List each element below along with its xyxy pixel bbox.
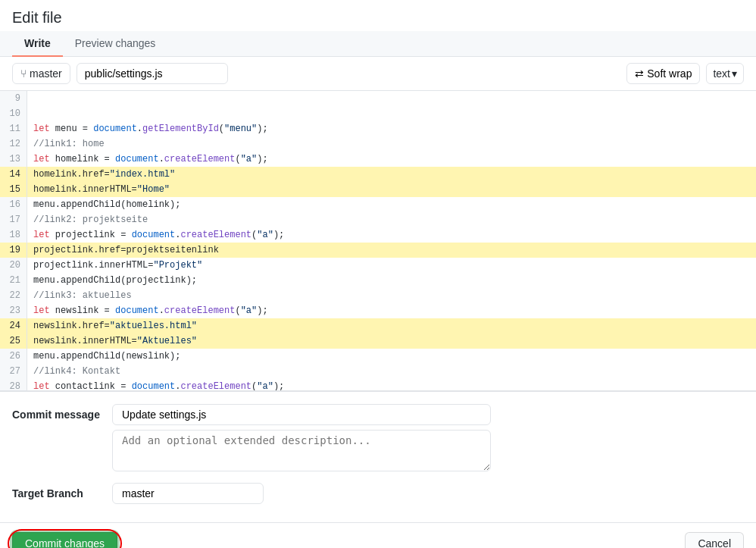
toolbar-right: ⇄ Soft wrap text ▾ [626, 63, 744, 84]
line-number: 16 [0, 197, 27, 212]
code-line: //link2: projektseite [27, 212, 756, 227]
branch-selector[interactable]: ⑂ master [12, 63, 70, 84]
code-line: projectlink.innerHTML="Projekt" [27, 258, 756, 273]
code-line: //link4: Kontakt [27, 364, 756, 379]
chevron-down-icon: ▾ [732, 67, 737, 80]
page-header: Edit file [0, 0, 756, 31]
branch-name: master [30, 67, 62, 80]
code-line: //link1: home [27, 136, 756, 152]
cancel-button[interactable]: Cancel [685, 532, 744, 548]
line-number: 25 [0, 333, 27, 349]
commit-section: Commit message Target Branch [0, 391, 756, 516]
code-line: menu.appendChild(newslink); [27, 349, 756, 364]
line-numbers: 9101112131415161718192021222324252627282… [0, 91, 27, 390]
line-number: 21 [0, 273, 27, 288]
commit-message-field[interactable] [112, 404, 491, 425]
editor-container: 9101112131415161718192021222324252627282… [0, 91, 756, 391]
code-line: projectlink.href=projektseitenlink [27, 243, 756, 258]
text-label: text [713, 67, 730, 80]
code-line [27, 106, 756, 121]
line-number: 27 [0, 364, 27, 379]
toolbar: ⑂ master ⇄ Soft wrap text ▾ [0, 57, 756, 91]
soft-wrap-label: Soft wrap [647, 67, 692, 80]
line-number: 9 [0, 91, 27, 106]
line-number: 12 [0, 136, 27, 152]
commit-form: Commit message Target Branch [12, 404, 744, 504]
toolbar-left: ⑂ master [12, 63, 228, 84]
code-line: menu.appendChild(homelink); [27, 197, 756, 212]
line-number: 15 [0, 182, 27, 197]
line-number: 19 [0, 243, 27, 258]
commit-button-wrap: Commit changes [12, 532, 117, 548]
tab-bar: Write Preview changes [0, 31, 756, 57]
wrap-icon: ⇄ [635, 67, 644, 80]
line-number: 20 [0, 258, 27, 273]
code-area[interactable]: let menu = document.getElementById("menu… [27, 91, 756, 390]
text-dropdown[interactable]: text ▾ [706, 63, 744, 84]
line-number: 11 [0, 121, 27, 136]
code-line: newslink.innerHTML="Aktuelles" [27, 333, 756, 349]
code-line: menu.appendChild(projectlink); [27, 273, 756, 288]
commit-description-field[interactable] [112, 430, 491, 471]
target-branch-label: Target Branch [12, 483, 103, 499]
line-number: 28 [0, 379, 27, 390]
code-line: let homelink = document.createElement("a… [27, 152, 756, 167]
tab-write[interactable]: Write [12, 31, 63, 57]
code-line [27, 91, 756, 106]
soft-wrap-button[interactable]: ⇄ Soft wrap [626, 63, 700, 84]
code-line: newslink.href="aktuelles.html" [27, 318, 756, 333]
action-row: Commit changes Cancel [0, 522, 756, 548]
line-number: 10 [0, 106, 27, 121]
code-line: let menu = document.getElementById("menu… [27, 121, 756, 136]
page-title: Edit file [12, 9, 744, 27]
code-line: homelink.innerHTML="Home" [27, 182, 756, 197]
line-number: 26 [0, 349, 27, 364]
line-number: 18 [0, 227, 27, 243]
code-line: let newslink = document.createElement("a… [27, 303, 756, 318]
target-branch-field[interactable] [112, 483, 264, 504]
line-number: 13 [0, 152, 27, 167]
commit-message-row: Commit message [12, 404, 744, 474]
target-branch-row: Target Branch [12, 483, 744, 504]
code-line: homelink.href="index.html" [27, 167, 756, 182]
branch-icon: ⑂ [20, 67, 27, 80]
line-number: 22 [0, 288, 27, 303]
code-line: let projectlink = document.createElement… [27, 227, 756, 243]
file-path-input[interactable] [77, 63, 228, 84]
editor-scroll[interactable]: 9101112131415161718192021222324252627282… [0, 91, 756, 390]
line-number: 23 [0, 303, 27, 318]
commit-message-label: Commit message [12, 404, 103, 421]
commit-message-input-wrap [112, 404, 491, 474]
code-line: //link3: aktuelles [27, 288, 756, 303]
commit-changes-button[interactable]: Commit changes [12, 532, 117, 548]
tab-preview[interactable]: Preview changes [63, 31, 168, 57]
line-number: 14 [0, 167, 27, 182]
code-line: let contactlink = document.createElement… [27, 379, 756, 390]
line-number: 17 [0, 212, 27, 227]
line-number: 24 [0, 318, 27, 333]
